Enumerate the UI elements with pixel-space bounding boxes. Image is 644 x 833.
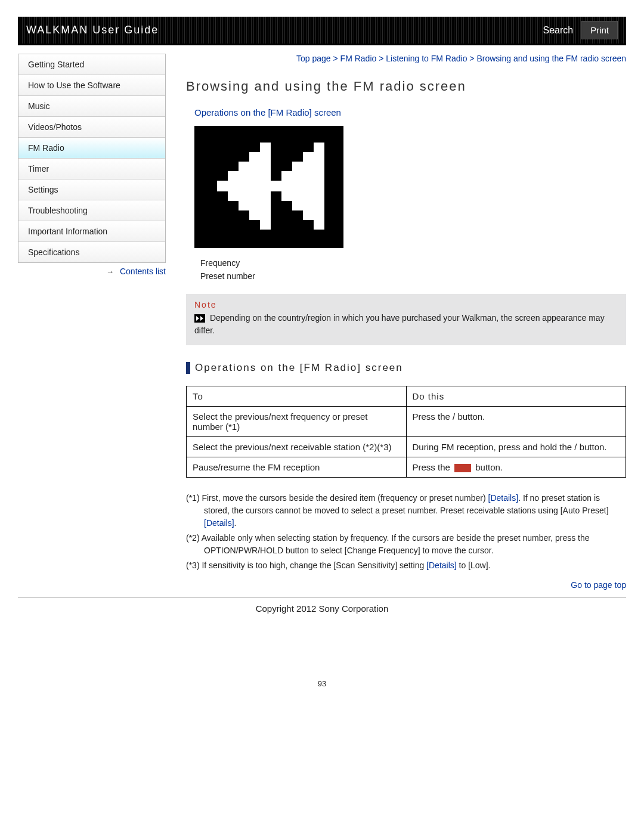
table-header-row: To Do this bbox=[187, 386, 626, 406]
play-pause-icon bbox=[454, 464, 471, 472]
text: button. bbox=[475, 462, 503, 472]
bc-fm-radio[interactable]: FM Radio bbox=[340, 54, 377, 63]
th-do-this: Do this bbox=[406, 386, 626, 406]
svg-rect-5 bbox=[260, 143, 271, 230]
nav-item-videos-photos[interactable]: Videos/Photos bbox=[18, 117, 165, 138]
operations-table: To Do this Select the previous/next freq… bbox=[186, 386, 626, 478]
nav-item-how-to-use-software[interactable]: How to Use the Software bbox=[18, 75, 165, 96]
print-button[interactable]: Print bbox=[581, 21, 618, 39]
cell-do: Press the button. bbox=[406, 457, 626, 477]
table-row: Select the previous/next receivable stat… bbox=[187, 436, 626, 457]
text: button. bbox=[457, 411, 485, 422]
svg-rect-3 bbox=[239, 162, 249, 210]
note-box: Note Depending on the country/region in … bbox=[186, 294, 626, 345]
operations-section-heading: Operations on the [FM Radio] screen bbox=[186, 362, 626, 374]
nav-item-important-information[interactable]: Important Information bbox=[18, 221, 165, 242]
text: During FM reception, press and hold the bbox=[413, 442, 575, 452]
cell-to: Select the previous/next receivable stat… bbox=[187, 436, 407, 457]
note-label: Note bbox=[194, 300, 618, 309]
footnote-3: (*3) If sensitivity is too high, change … bbox=[186, 559, 626, 572]
divider bbox=[18, 597, 626, 597]
text: . bbox=[234, 518, 237, 528]
breadcrumb: Top page > FM Radio > Listening to FM Ra… bbox=[186, 54, 626, 63]
table-row: Pause/resume the FM reception Press the … bbox=[187, 457, 626, 477]
fm-radio-screen-image bbox=[194, 126, 343, 248]
copyright: Copyright 2012 Sony Corporation bbox=[18, 603, 626, 614]
details-link[interactable]: [Details] bbox=[488, 493, 519, 503]
go-to-page-top-link[interactable]: Go to page top bbox=[186, 580, 626, 590]
label-frequency: Frequency bbox=[200, 256, 626, 270]
text: (*3) If sensitivity is too high, change … bbox=[186, 561, 426, 570]
bc-top-page[interactable]: Top page bbox=[296, 54, 331, 63]
text: button. bbox=[580, 442, 607, 452]
bc-sep: > bbox=[331, 54, 340, 63]
table-row: Select the previous/next frequency or pr… bbox=[187, 406, 626, 436]
bc-sep: > bbox=[376, 54, 386, 63]
label-preset-number: Preset number bbox=[200, 270, 626, 283]
app-title: WALKMAN User Guide bbox=[26, 24, 543, 36]
svg-rect-9 bbox=[303, 152, 314, 220]
nav-item-settings[interactable]: Settings bbox=[18, 179, 165, 200]
footnote-1: (*1) First, move the cursors beside the … bbox=[186, 492, 626, 529]
footnote-2: (*2) Available only when selecting stati… bbox=[186, 532, 626, 557]
text: (*1) First, move the cursors beside the … bbox=[186, 493, 488, 503]
arrow-right-icon: → bbox=[106, 267, 114, 276]
text: to [Low]. bbox=[457, 561, 491, 570]
nav-item-music[interactable]: Music bbox=[18, 96, 165, 117]
bc-sep: > bbox=[467, 54, 476, 63]
svg-rect-1 bbox=[217, 181, 228, 191]
rewind-icon bbox=[194, 126, 343, 248]
nav-list: Getting Started How to Use the Software … bbox=[18, 54, 166, 263]
main-content: Top page > FM Radio > Listening to FM Ra… bbox=[166, 54, 626, 593]
details-link[interactable]: [Details] bbox=[426, 561, 457, 570]
text: Press the bbox=[413, 462, 453, 472]
bc-current: Browsing and using the FM radio screen bbox=[476, 54, 626, 63]
search-button[interactable]: Search bbox=[543, 25, 573, 36]
operations-anchor-link[interactable]: Operations on the [FM Radio] screen bbox=[194, 107, 626, 117]
details-link[interactable]: [Details] bbox=[204, 518, 234, 528]
page-number: 93 bbox=[18, 679, 626, 688]
th-to: To bbox=[187, 386, 407, 406]
svg-rect-6 bbox=[271, 181, 281, 191]
nav-item-timer[interactable]: Timer bbox=[18, 159, 165, 179]
cell-to: Select the previous/next frequency or pr… bbox=[187, 406, 407, 436]
contents-list-link[interactable]: Contents list bbox=[120, 267, 166, 276]
nav-item-specifications[interactable]: Specifications bbox=[18, 242, 165, 262]
page-title: Browsing and using the FM radio screen bbox=[186, 79, 626, 94]
text: Press the bbox=[413, 411, 453, 422]
nav-item-troubleshooting[interactable]: Troubleshooting bbox=[18, 200, 165, 221]
sidebar: Getting Started How to Use the Software … bbox=[18, 54, 166, 593]
svg-rect-7 bbox=[281, 171, 292, 201]
cell-do: Press the / button. bbox=[406, 406, 626, 436]
contents-list-row: → Contents list bbox=[18, 267, 166, 276]
image-labels: Frequency Preset number bbox=[200, 256, 626, 283]
nav-item-fm-radio[interactable]: FM Radio bbox=[18, 138, 165, 159]
header-bar: WALKMAN User Guide Search Print bbox=[18, 17, 626, 45]
cell-do: During FM reception, press and hold the … bbox=[406, 436, 626, 457]
svg-rect-4 bbox=[249, 152, 260, 220]
footnotes: (*1) First, move the cursors beside the … bbox=[186, 492, 626, 572]
nav-item-getting-started[interactable]: Getting Started bbox=[18, 54, 165, 75]
bc-listening[interactable]: Listening to FM Radio bbox=[386, 54, 467, 63]
cell-to: Pause/resume the FM reception bbox=[187, 457, 407, 477]
text: / bbox=[574, 442, 579, 452]
svg-rect-2 bbox=[228, 171, 239, 201]
svg-rect-8 bbox=[292, 162, 303, 210]
note-text: Depending on the country/region in which… bbox=[194, 313, 605, 335]
svg-rect-10 bbox=[314, 143, 324, 230]
fast-forward-icon bbox=[194, 314, 205, 323]
